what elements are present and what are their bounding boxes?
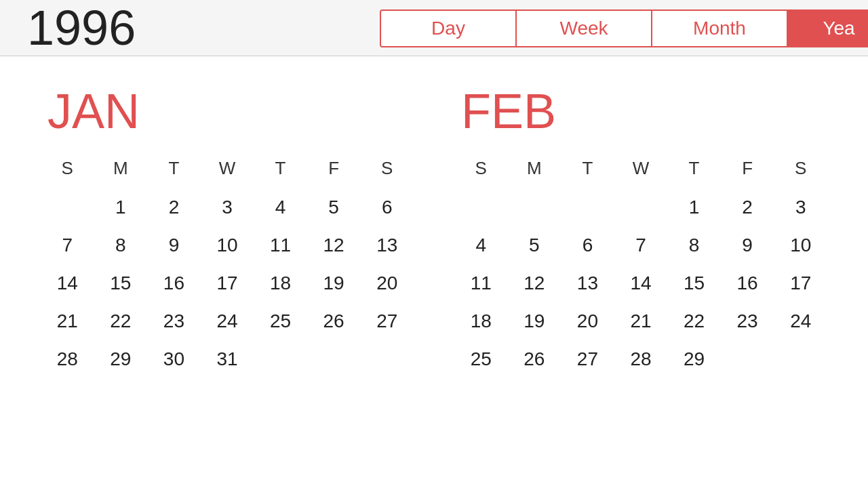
feb-cell: 13 (561, 266, 614, 301)
jan-cell: 14 (41, 266, 94, 301)
jan-cell: 2 (147, 190, 201, 225)
main-content: JAN S M T W T F S 1 2 3 4 5 6 7 (0, 56, 868, 488)
jan-cell: 11 (254, 228, 307, 263)
feb-cell: 23 (721, 304, 774, 339)
day-header-s1: S (41, 152, 94, 184)
jan-cell: 30 (147, 342, 201, 377)
jan-cell: 5 (307, 190, 361, 225)
jan-cell (307, 342, 361, 377)
feb-cell: 16 (721, 266, 774, 301)
feb-cell (454, 190, 508, 225)
tab-year[interactable]: Yea (788, 11, 868, 46)
feb-row-4: 18 19 20 21 22 23 24 (454, 304, 827, 339)
jan-cell: 19 (307, 266, 361, 301)
jan-cell: 29 (94, 342, 148, 377)
feb-cell: 26 (508, 342, 561, 377)
tab-week[interactable]: Week (517, 11, 652, 46)
jan-cell: 10 (201, 228, 254, 263)
jan-cell: 31 (201, 342, 254, 377)
jan-row-3: 14 15 16 17 18 19 20 (41, 266, 414, 301)
feb-cell: 17 (774, 266, 827, 301)
jan-row-4: 21 22 23 24 25 26 27 (41, 304, 414, 339)
jan-cell: 7 (41, 228, 94, 263)
jan-cell: 24 (201, 304, 254, 339)
feb-cell: 19 (508, 304, 561, 339)
feb-cell: 18 (454, 304, 508, 339)
feb-cell: 25 (454, 342, 508, 377)
feb-cell: 2 (721, 190, 774, 225)
feb-cell: 4 (454, 228, 508, 263)
jan-cell: 26 (307, 304, 361, 339)
jan-cell: 27 (360, 304, 414, 339)
day-header-s2: S (774, 152, 827, 184)
jan-cell: 18 (254, 266, 307, 301)
jan-cell: 25 (254, 304, 307, 339)
day-header-s1: S (454, 152, 508, 184)
feb-cell (774, 342, 827, 377)
feb-cell: 28 (614, 342, 668, 377)
feb-cell: 24 (774, 304, 827, 339)
day-header-f1: F (721, 152, 774, 184)
jan-cell: 16 (147, 266, 201, 301)
jan-cell: 3 (201, 190, 254, 225)
day-header-m1: M (94, 152, 148, 184)
jan-cell: 22 (94, 304, 148, 339)
jan-cell (360, 342, 414, 377)
feb-cell: 8 (667, 228, 721, 263)
jan-cell: 20 (360, 266, 414, 301)
jan-row-2: 7 8 9 10 11 12 13 (41, 228, 414, 263)
calendar-grid-feb: S M T W T F S 1 2 3 4 5 6 7 (454, 152, 827, 377)
feb-cell: 27 (561, 342, 614, 377)
feb-cell (614, 190, 668, 225)
jan-cell: 28 (41, 342, 94, 377)
feb-cell: 11 (454, 266, 508, 301)
calendar-grid-jan: S M T W T F S 1 2 3 4 5 6 7 8 9 10 (41, 152, 414, 377)
day-header-m1: M (508, 152, 561, 184)
app-header: 1996 Day Week Month Yea (0, 0, 868, 56)
tab-month[interactable]: Month (652, 11, 788, 46)
month-name-feb: FEB (454, 83, 827, 139)
feb-cell: 9 (721, 228, 774, 263)
feb-cell: 7 (614, 228, 668, 263)
jan-cell: 9 (147, 228, 201, 263)
day-header-t1: T (147, 152, 201, 184)
jan-cell: 13 (360, 228, 414, 263)
feb-cell: 22 (667, 304, 721, 339)
year-title: 1996 (27, 0, 136, 56)
feb-cell (561, 190, 614, 225)
jan-cell: 1 (94, 190, 148, 225)
day-header-s2: S (360, 152, 414, 184)
jan-cell: 8 (94, 228, 148, 263)
day-header-f1: F (307, 152, 361, 184)
day-headers-jan: S M T W T F S (41, 152, 414, 184)
jan-cell: 6 (360, 190, 414, 225)
month-january: JAN S M T W T F S 1 2 3 4 5 6 7 (41, 70, 414, 474)
jan-cell: 4 (254, 190, 307, 225)
jan-cell: 12 (307, 228, 361, 263)
jan-cell: 21 (41, 304, 94, 339)
feb-row-1: 1 2 3 (454, 190, 827, 225)
feb-cell: 15 (667, 266, 721, 301)
tab-day[interactable]: Day (381, 11, 517, 46)
jan-cell (41, 190, 94, 225)
feb-cell: 21 (614, 304, 668, 339)
jan-cell (254, 342, 307, 377)
feb-cell: 1 (667, 190, 721, 225)
month-february: FEB S M T W T F S 1 2 3 4 5 (454, 70, 827, 474)
feb-cell (721, 342, 774, 377)
feb-cell: 5 (508, 228, 561, 263)
day-header-t1: T (561, 152, 614, 184)
feb-cell: 12 (508, 266, 561, 301)
day-header-t2: T (254, 152, 307, 184)
jan-cell: 15 (94, 266, 148, 301)
view-tabs: Day Week Month Yea (380, 9, 868, 47)
jan-row-1: 1 2 3 4 5 6 (41, 190, 414, 225)
day-header-t2: T (667, 152, 721, 184)
day-header-w1: W (614, 152, 668, 184)
day-header-w1: W (201, 152, 254, 184)
feb-cell: 14 (614, 266, 668, 301)
jan-cell: 17 (201, 266, 254, 301)
jan-cell: 23 (147, 304, 201, 339)
feb-cell: 20 (561, 304, 614, 339)
jan-row-5: 28 29 30 31 (41, 342, 414, 377)
